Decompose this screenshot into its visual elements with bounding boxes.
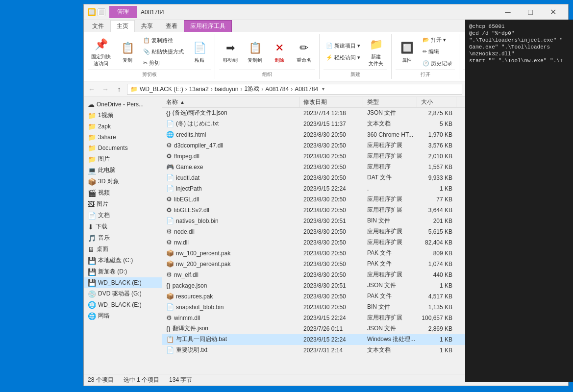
sidebar-item-images[interactable]: 🖼图片 [84, 198, 162, 210]
up-button[interactable]: ↑ [113, 83, 125, 95]
file-date-1: 2023/9/15 11:37 [299, 119, 363, 129]
openfile-label: 打开 ▾ [431, 36, 446, 44]
minimize-button[interactable]: ─ [497, 4, 519, 20]
close-button[interactable]: ✕ [542, 4, 564, 20]
sidebar-item-music[interactable]: 🎵音乐 [84, 232, 162, 244]
sidebar-item-dvd[interactable]: 💿DVD 驱动器 (G:) [84, 288, 162, 299]
copyto-button[interactable]: 📋 复制到 [244, 39, 266, 65]
tab-apptool[interactable]: 应用程序工具 [184, 20, 232, 32]
path-segment-1[interactable]: 13aria2 [189, 86, 209, 93]
rename-button[interactable]: ✏ 重命名 [293, 39, 315, 65]
sidebar-item-pics[interactable]: 📁图片 [84, 153, 162, 165]
sidebar-label-desktop: 桌面 [97, 245, 108, 253]
edit-button[interactable]: ✏ 编辑 [420, 47, 455, 57]
delete-button[interactable]: ✕ 删除 [268, 39, 291, 65]
file-type-20: JSON 文件 [363, 323, 417, 334]
file-name-8: ⚙ libEGL.dll [162, 194, 299, 204]
newitem-button[interactable]: 📄 新建项目 ▾ [324, 41, 363, 51]
file-date-0: 2023/7/14 12:18 [299, 108, 363, 118]
file-type-1: 文本文档 [363, 119, 417, 129]
sidebar-icon-documents: 📁 [88, 144, 96, 152]
col-date-header[interactable]: 修改日期 [299, 97, 363, 107]
organize-label: 组织 [219, 70, 315, 78]
file-icon-6: 📄 [166, 174, 174, 181]
file-type-17: PAK 文件 [363, 291, 417, 301]
title-manage-tab[interactable]: 管理 [109, 6, 137, 18]
sidebar-item-2apk[interactable]: 📁2apk [84, 121, 162, 132]
properties-label: 属性 [402, 57, 412, 64]
open-label: 打开 [396, 70, 455, 78]
maximize-button[interactable]: □ [519, 4, 542, 20]
file-name-3: ⚙ d3dcompiler_47.dll [162, 140, 299, 150]
pasteshortcut-button[interactable]: 📎 粘贴快捷方式 [141, 47, 186, 57]
file-name-12: ⚙ nw.dll [162, 237, 299, 247]
new-buttons: 📄 新建项目 ▾ ⚡ 轻松访问 ▾ 📁 新建文件夹 [324, 35, 387, 69]
sidebar-item-diskd[interactable]: 💾新加卷 (D:) [84, 266, 162, 277]
properties-button[interactable]: 🔲 属性 [396, 39, 418, 65]
sidebar-item-wdblack[interactable]: 💾WD_BLACK (E:) [84, 277, 162, 288]
history-button[interactable]: 🕐 历史记录 [420, 58, 455, 69]
path-dropdown-arrow[interactable]: ▾ [322, 86, 324, 92]
path-segment-3[interactable]: 1游戏 [244, 85, 259, 93]
ribbon-group-organize: ➡ 移动到 📋 复制到 ✕ 删除 ✏ 重命名 组织 [215, 34, 320, 79]
openfile-button[interactable]: 📂 打开 ▾ [420, 35, 455, 45]
file-date-21: 2023/9/15 22:24 [299, 334, 363, 344]
copyto-icon: 📋 [247, 40, 263, 56]
moveto-button[interactable]: ➡ 移动到 [219, 39, 242, 65]
sidebar-item-video1[interactable]: 📁1视频 [84, 110, 162, 121]
path-segment-drive[interactable]: WD_BLACK (E:) [140, 86, 183, 93]
easyaccess-button[interactable]: ⚡ 轻松访问 ▾ [324, 52, 363, 63]
file-name-11: ⚙ node.dll [162, 226, 299, 237]
copy-button[interactable]: 📋 复制 [116, 39, 139, 65]
tab-file[interactable]: 文件 [86, 20, 110, 32]
ribbon-group-clipboard: 📌 固定到快速访问 📋 复制 📋 复制路径 📎 粘贴快捷方式 [84, 34, 215, 79]
pin-button[interactable]: 📌 固定到快速访问 [88, 35, 114, 69]
sidebar-item-network[interactable]: 🌐网络 [84, 310, 162, 321]
file-size-8: 77 KB [417, 194, 456, 204]
paste-button[interactable]: 📄 粘贴 [188, 39, 211, 65]
sidebar-item-downloads[interactable]: ⬇下载 [84, 221, 162, 232]
file-name-20: {} 翻译文件.json [162, 323, 299, 334]
file-type-10: BIN 文件 [363, 216, 417, 226]
file-size-14: 1,074 KB [417, 259, 456, 269]
file-icon-13: 📦 [166, 249, 174, 257]
sidebar-item-diskc[interactable]: 💾本地磁盘 (C:) [84, 255, 162, 266]
path-segment-4[interactable]: A081784 [265, 86, 289, 93]
sidebar-label-dvd: DVD 驱动器 (G:) [98, 290, 142, 298]
sidebar-item-onedrive[interactable]: ☁OneDrive - Pers... [84, 99, 162, 110]
col-type-header[interactable]: 类型 [363, 97, 417, 107]
col-name-header[interactable]: 名称 ▲ [162, 97, 299, 107]
command-line: \mzHook32.dll" [469, 51, 569, 57]
sidebar-item-documents[interactable]: 📁Documents [84, 143, 162, 153]
copypath-button[interactable]: 📋 复制路径 [141, 35, 186, 46]
newfolder-button[interactable]: 📁 新建文件夹 [365, 35, 387, 69]
sidebar-icon-2apk: 📁 [88, 122, 96, 130]
file-type-15: 应用程序扩展 [363, 270, 417, 280]
easyaccess-label: 轻松访问 ▾ [334, 54, 360, 61]
back-button[interactable]: ← [86, 83, 98, 95]
forward-button[interactable]: → [100, 83, 111, 95]
title-bar-icons: ⬜ ⬜ [88, 8, 105, 16]
copy-label: 复制 [123, 57, 132, 64]
path-segment-2[interactable]: baiduyun [215, 86, 239, 93]
address-path[interactable]: 📁 WD_BLACK (E:) › 13aria2 › baiduyun › 1… [127, 84, 462, 95]
sidebar-item-video[interactable]: 🎬视频 [84, 187, 162, 198]
tab-share[interactable]: 共享 [135, 20, 159, 32]
sidebar-item-3share[interactable]: 📁3share [84, 132, 162, 143]
sidebar-icon-video1: 📁 [88, 112, 96, 120]
sidebar-item-docs[interactable]: 📄文档 [84, 210, 162, 221]
sidebar-item-wdblack2[interactable]: 🌐WD_BLACK (E:) [84, 299, 162, 310]
file-size-4: 2,010 KB [417, 151, 456, 161]
cut-button[interactable]: ✂ 剪切 [141, 58, 186, 68]
sidebar-item-3d[interactable]: 📦3D 对象 [84, 176, 162, 187]
window-icon-2: ⬜ [98, 8, 105, 16]
path-segment-5[interactable]: A081784 [295, 86, 318, 93]
sidebar-item-desktop[interactable]: 🖥桌面 [84, 244, 162, 255]
file-date-15: 2023/8/30 20:50 [299, 270, 363, 280]
file-name-16: {} package.json [162, 280, 299, 291]
file-name-9: ⚙ libGLESv2.dll [162, 205, 299, 215]
tab-home[interactable]: 主页 [110, 20, 135, 32]
col-size-header[interactable]: 大小 [417, 97, 456, 107]
sidebar-item-thispc[interactable]: 💻此电脑 [84, 165, 162, 176]
tab-view[interactable]: 查看 [159, 20, 184, 32]
